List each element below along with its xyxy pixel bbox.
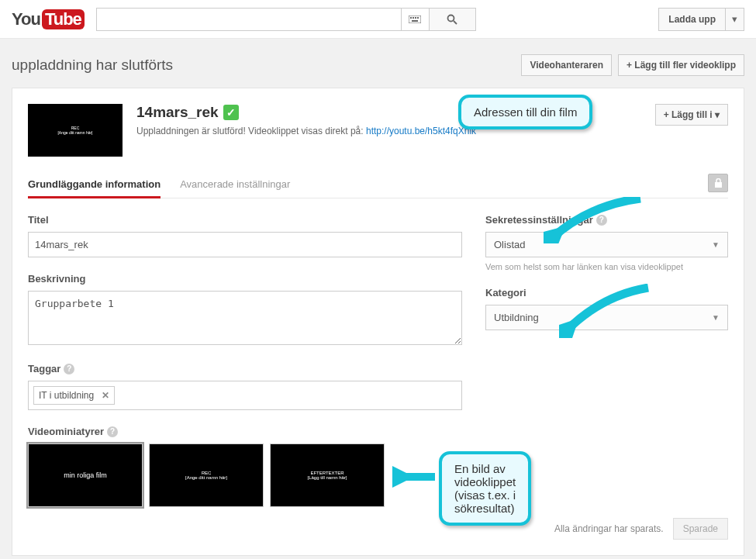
search-button[interactable] xyxy=(430,8,476,31)
svg-rect-3 xyxy=(415,17,416,19)
upload-dropdown[interactable]: ▾ xyxy=(726,8,744,31)
arrow-annotation xyxy=(392,465,439,488)
search-input[interactable] xyxy=(96,8,402,31)
add-to-button[interactable]: + Lägg till i ▾ xyxy=(655,104,728,126)
callout-address: Adressen till din film xyxy=(458,95,592,129)
arrow-annotation xyxy=(544,197,644,243)
arrow-annotation xyxy=(559,284,652,338)
video-link[interactable]: http://youtu.be/h5kt4fqXhlk xyxy=(366,126,476,136)
svg-rect-5 xyxy=(412,20,418,22)
check-icon: ✓ xyxy=(223,105,239,120)
video-title: 14mars_rek ✓ xyxy=(136,104,476,121)
saved-button: Sparade xyxy=(673,518,728,540)
help-icon[interactable]: ? xyxy=(64,364,74,374)
tags-input[interactable]: IT i utbildning ✕ xyxy=(28,381,462,410)
svg-rect-4 xyxy=(417,17,419,19)
chevron-down-icon: ▼ xyxy=(712,313,720,322)
callout-address-text: Adressen till din film xyxy=(474,105,577,119)
status-text: Uppladdningen är slutförd! Videoklippet … xyxy=(136,126,366,136)
page-title: uppladdning har slutförts xyxy=(12,57,173,74)
footer: Alla ändringar har sparats. Sparade xyxy=(28,507,728,540)
thumbnails-label: Videominiatyrer ? xyxy=(28,426,462,437)
chevron-down-icon: ▼ xyxy=(712,240,720,249)
tab-advanced-settings[interactable]: Avancerade inställningar xyxy=(180,172,290,198)
video-header: REC [Ange ditt namn här] 14mars_rek ✓ Up… xyxy=(28,104,728,157)
title-label: Titel xyxy=(28,214,462,226)
tab-basic-info[interactable]: Grundläggande information xyxy=(28,172,161,198)
svg-rect-0 xyxy=(409,16,421,23)
tabs: Grundläggande information Avancerade ins… xyxy=(28,172,728,198)
svg-rect-8 xyxy=(715,182,722,188)
page-header: uppladdning har slutförts Videohanterare… xyxy=(12,39,744,88)
upload-button[interactable]: Ladda upp xyxy=(658,8,726,31)
top-bar: You Tube Ladda upp ▾ xyxy=(0,0,756,39)
saved-message: Alla ändringar har sparats. xyxy=(554,523,664,534)
video-title-text: 14mars_rek xyxy=(136,104,219,121)
thumbnail-option-2[interactable]: REC [Ange ditt namn här] xyxy=(149,443,264,507)
video-manager-button[interactable]: Videohanteraren xyxy=(521,54,611,76)
tag-chip[interactable]: IT i utbildning ✕ xyxy=(33,386,115,405)
help-icon[interactable]: ? xyxy=(107,426,118,437)
privacy-value: Olistad xyxy=(494,239,525,250)
thumbnail-option-1[interactable]: min roliga film xyxy=(28,443,143,507)
svg-point-6 xyxy=(448,15,454,21)
upload-status: Uppladdningen är slutförd! Videoklippet … xyxy=(136,126,476,136)
logo-text-you: You xyxy=(12,9,40,29)
svg-rect-1 xyxy=(410,17,412,19)
thumbnail-option-3[interactable]: EFTERTEXTER [Lägg till namn här] xyxy=(270,443,385,507)
top-right: Ladda upp ▾ xyxy=(658,8,744,31)
callout-thumbnail: En bild av videoklippet (visas t.ex. i s… xyxy=(439,451,531,526)
category-value: Utbildning xyxy=(494,312,539,323)
svg-line-7 xyxy=(454,21,457,24)
description-label: Beskrivning xyxy=(28,273,462,285)
svg-rect-2 xyxy=(413,17,414,19)
privacy-hint: Vem som helst som har länken kan visa vi… xyxy=(485,262,728,271)
lock-icon[interactable] xyxy=(708,174,728,192)
tags-label: Taggar ? xyxy=(28,363,462,374)
tag-remove-icon[interactable]: ✕ xyxy=(102,390,109,401)
title-input[interactable] xyxy=(28,232,462,257)
callout-thumb-line2: (visas t.ex. i sökresultat) xyxy=(454,488,516,515)
youtube-logo[interactable]: You Tube xyxy=(12,9,85,29)
logo-text-tube: Tube xyxy=(42,9,85,29)
keyboard-icon[interactable] xyxy=(402,8,430,31)
add-more-videos-button[interactable]: + Lägg till fler videoklipp xyxy=(618,54,744,76)
callout-thumb-line1: En bild av videoklippet xyxy=(454,462,516,488)
video-thumbnail-main: REC [Ange ditt namn här] xyxy=(28,104,123,157)
search-box xyxy=(96,8,476,31)
description-input[interactable]: Grupparbete 1 xyxy=(28,291,462,345)
